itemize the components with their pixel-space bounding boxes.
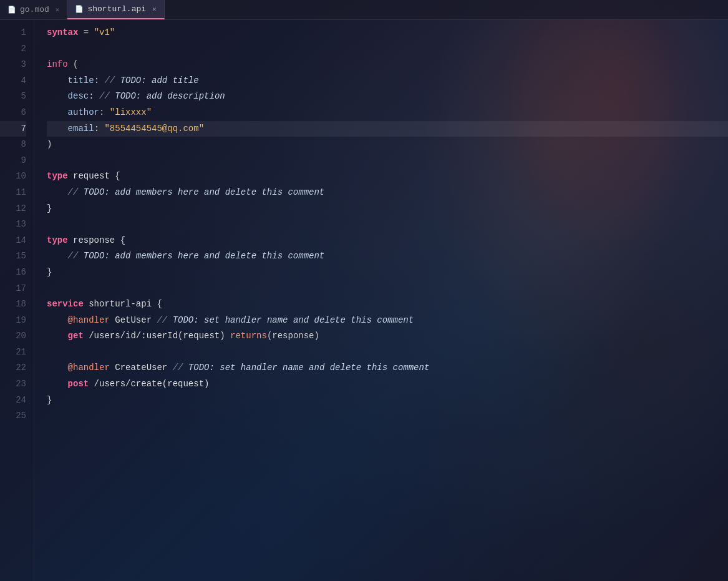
line-num-6: 6 <box>0 105 26 121</box>
code-line-19: @handler GetUser // TODO: set handler na… <box>47 313 728 329</box>
code-line-6: author: "lixxxx" <box>47 105 728 121</box>
tab-go-mod-icon: 📄 <box>7 6 16 14</box>
code-line-16: } <box>47 265 728 281</box>
code-line-15: // TODO: add members here and delete thi… <box>47 248 728 265</box>
code-line-18: service shorturl-api { <box>47 296 728 313</box>
code-line-21 <box>47 344 728 361</box>
code-line-8: ) <box>47 137 728 153</box>
tab-shorturl-api-label: shorturl.api <box>87 4 146 14</box>
code-line-4: title: // TODO: add title <box>47 73 728 89</box>
line-num-4: 4 <box>0 73 26 89</box>
code-line-23: post /users/create(request) <box>47 376 728 393</box>
line-num-16: 16 <box>0 265 26 281</box>
code-line-11: // TODO: add members here and delete thi… <box>47 185 728 201</box>
line-num-1: 1 <box>0 25 26 41</box>
tab-go-mod-close[interactable]: ✕ <box>56 6 60 14</box>
line-num-10: 10 <box>0 168 26 185</box>
tab-shorturl-api-icon: 📄 <box>75 5 84 13</box>
line-num-3: 3 <box>0 57 26 73</box>
code-line-7: email: "8554454545@qq.com" <box>47 121 728 137</box>
line-num-21: 21 <box>0 344 26 361</box>
code-editor[interactable]: syntax = "v1" info ( title: // TODO: add… <box>34 20 728 581</box>
tab-shorturl-api-close[interactable]: ✕ <box>152 5 157 13</box>
line-num-7: 7 <box>0 121 26 137</box>
line-num-24: 24 <box>0 393 26 409</box>
line-num-14: 14 <box>0 233 26 249</box>
line-num-18: 18 <box>0 296 26 313</box>
line-num-19: 19 <box>0 313 26 329</box>
code-line-20: get /users/id/:userId(request) returns(r… <box>47 328 728 344</box>
line-num-20: 20 <box>0 328 26 344</box>
code-line-9 <box>47 153 728 169</box>
code-line-14: type response { <box>47 233 728 249</box>
code-line-5: desc: // TODO: add description <box>47 89 728 105</box>
editor-container: 📄 go.mod ✕ 📄 shorturl.api ✕ 1 2 3 4 5 6 … <box>0 0 728 581</box>
code-line-12: } <box>47 201 728 217</box>
line-num-25: 25 <box>0 408 26 424</box>
line-num-15: 15 <box>0 248 26 265</box>
tab-shorturl-api[interactable]: 📄 shorturl.api ✕ <box>67 0 164 19</box>
code-line-13 <box>47 217 728 233</box>
line-num-5: 5 <box>0 89 26 105</box>
editor-body: 1 2 3 4 5 6 7 8 9 10 11 12 13 14 15 16 1… <box>0 20 728 581</box>
code-line-1: syntax = "v1" <box>47 25 728 41</box>
code-line-22: @handler CreateUser // TODO: set handler… <box>47 360 728 376</box>
line-num-9: 9 <box>0 153 26 169</box>
line-num-11: 11 <box>0 185 26 201</box>
line-num-13: 13 <box>0 217 26 233</box>
line-num-17: 17 <box>0 281 26 297</box>
line-num-22: 22 <box>0 360 26 376</box>
line-numbers: 1 2 3 4 5 6 7 8 9 10 11 12 13 14 15 16 1… <box>0 20 34 581</box>
code-line-10: type request { <box>47 168 728 185</box>
tab-go-mod-label: go.mod <box>20 5 49 14</box>
line-num-23: 23 <box>0 376 26 393</box>
tab-go-mod[interactable]: 📄 go.mod ✕ <box>0 0 67 19</box>
tab-bar: 📄 go.mod ✕ 📄 shorturl.api ✕ <box>0 0 728 20</box>
code-line-2 <box>47 41 728 57</box>
line-num-12: 12 <box>0 201 26 217</box>
line-num-8: 8 <box>0 137 26 153</box>
code-line-25 <box>47 408 728 424</box>
code-line-17 <box>47 281 728 297</box>
code-line-3: info ( <box>47 57 728 73</box>
line-num-2: 2 <box>0 41 26 57</box>
code-line-24: } <box>47 393 728 409</box>
